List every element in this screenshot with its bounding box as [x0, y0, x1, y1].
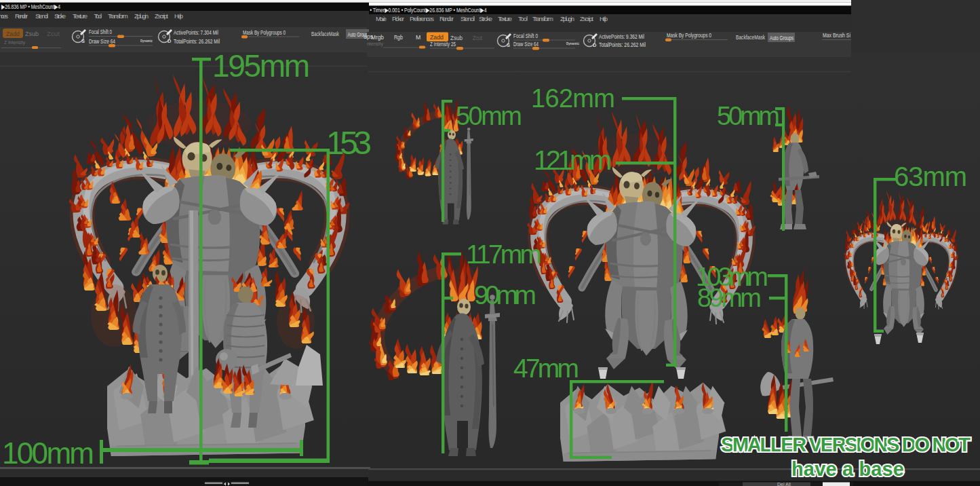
svg-text:Zcut: Zcut	[473, 35, 482, 41]
svg-text:Zadd: Zadd	[6, 31, 20, 37]
svg-text:100mm: 100mm	[2, 436, 94, 470]
svg-text:50mm: 50mm	[717, 102, 780, 130]
svg-text:ActivePoints: 7.304 Mil: ActivePoints: 7.304 Mil	[174, 29, 218, 36]
svg-text:Focal Shift 0: Focal Shift 0	[513, 33, 538, 39]
svg-text:Rgb: Rgb	[394, 34, 403, 41]
svg-text:Transform: Transform	[532, 15, 553, 22]
svg-text:Movie: Movie	[376, 15, 387, 22]
svg-text:Zsub: Zsub	[25, 31, 39, 37]
svg-text:BackfaceMask: BackfaceMask	[311, 31, 339, 37]
svg-text:Stroke: Stroke	[479, 15, 492, 22]
svg-text:Tool: Tool	[94, 12, 102, 20]
svg-text:TotalPoints: 26.262 Mil: TotalPoints: 26.262 Mil	[599, 41, 646, 48]
svg-text:D: D	[168, 38, 172, 44]
svg-text:Render: Render	[439, 15, 454, 22]
svg-text:195mm: 195mm	[212, 48, 310, 83]
svg-text:Draw Size 64: Draw Size 64	[513, 41, 538, 48]
svg-text:63mm: 63mm	[894, 162, 967, 191]
svg-text:117mm: 117mm	[466, 240, 542, 269]
svg-text:Tool: Tool	[518, 15, 528, 22]
svg-text:Zplugin: Zplugin	[560, 15, 574, 22]
svg-text:Preferences: Preferences	[410, 15, 434, 22]
svg-text:Mrgb: Mrgb	[371, 34, 384, 41]
svg-text:Texture: Texture	[498, 15, 512, 22]
svg-text:162mm: 162mm	[531, 84, 615, 113]
svg-text:have a base: have a base	[791, 458, 904, 480]
svg-text:Dynamic: Dynamic	[566, 41, 579, 45]
svg-text:S: S	[81, 38, 85, 44]
svg-text:Z Intensity: Z Intensity	[4, 39, 25, 45]
svg-text:Zscript: Zscript	[155, 12, 168, 20]
svg-text:• Timer▶0.001 • PolyCount▶26.8: • Timer▶0.001 • PolyCount▶26.836 MP • Me…	[370, 6, 487, 14]
svg-text:121mm: 121mm	[534, 145, 612, 175]
svg-text:Stencil: Stencil	[35, 12, 48, 20]
svg-text:Zadd: Zadd	[430, 34, 444, 41]
svg-text:Z Intensity 25: Z Intensity 25	[430, 41, 456, 48]
svg-text:Focal Shift 0: Focal Shift 0	[89, 29, 112, 35]
svg-text:Stencil: Stencil	[460, 15, 475, 22]
svg-text:Zplugin: Zplugin	[134, 12, 149, 20]
svg-text:M: M	[416, 34, 420, 41]
svg-text:Draw Size 64: Draw Size 64	[89, 38, 115, 45]
svg-text:Help: Help	[600, 15, 608, 22]
svg-text:Help: Help	[174, 12, 183, 20]
svg-text:Dynamic: Dynamic	[140, 39, 153, 43]
svg-text:Zcut: Zcut	[47, 31, 60, 37]
svg-text:Picker: Picker	[392, 15, 404, 22]
svg-text:Transform: Transform	[108, 12, 128, 20]
svg-text:S: S	[507, 42, 510, 48]
svg-text:50mm: 50mm	[456, 102, 522, 130]
svg-text:nces: nces	[0, 12, 8, 20]
svg-text:Stroke: Stroke	[54, 12, 66, 20]
svg-text:SMALLER VERSIONS DO NOT: SMALLER VERSIONS DO NOT	[721, 434, 971, 455]
svg-text:▶26.836 MP • MeshCount▶4: ▶26.836 MP • MeshCount▶4	[1, 3, 60, 10]
svg-text:D: D	[593, 42, 597, 48]
svg-text:Auto Groups: Auto Groups	[770, 35, 793, 41]
svg-text:90mm: 90mm	[474, 280, 536, 310]
svg-text:Zscript: Zscript	[580, 15, 593, 22]
svg-text:Del All: Del All	[777, 482, 791, 486]
svg-text:153: 153	[326, 125, 372, 161]
svg-text:Mask By Polygroups 0: Mask By Polygroups 0	[243, 29, 286, 36]
svg-text:Max Brush Si: Max Brush Si	[823, 32, 850, 39]
svg-text:ActivePoints: 9.362 Mil: ActivePoints: 9.362 Mil	[599, 33, 644, 40]
svg-text:Render: Render	[15, 12, 28, 20]
svg-text:89mm: 89mm	[697, 284, 762, 312]
svg-text:BackfaceMask: BackfaceMask	[736, 34, 765, 41]
svg-text:ntensity: ntensity	[367, 41, 383, 47]
svg-text:Mask By Polygroups 0: Mask By Polygroups 0	[667, 32, 711, 39]
svg-text:47mm: 47mm	[513, 354, 579, 383]
svg-text:Texture: Texture	[73, 12, 87, 20]
svg-text:TotalPoints: 26.262 Mil: TotalPoints: 26.262 Mil	[174, 38, 220, 45]
